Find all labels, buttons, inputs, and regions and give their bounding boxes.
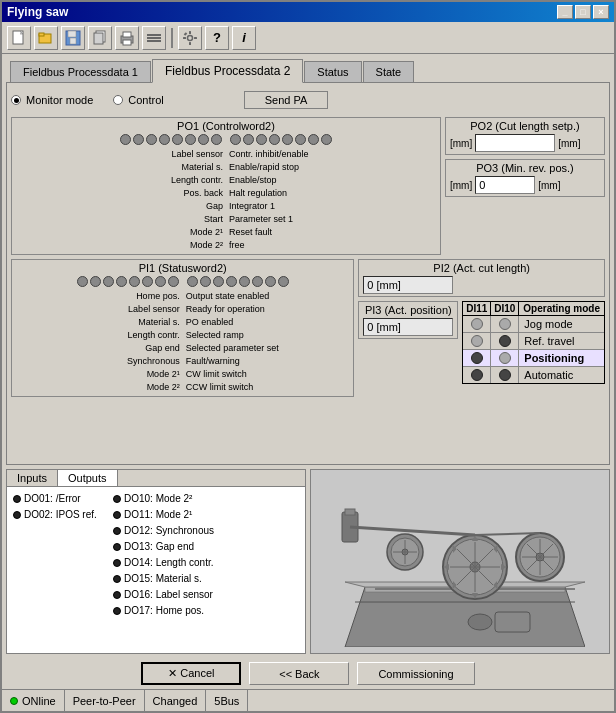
do13-item: DO13: Gap end [113, 540, 233, 554]
di10-header: DI10 [491, 302, 519, 315]
po1-left-label-3: Pos. back [16, 187, 226, 200]
po1-led-2 [146, 134, 157, 145]
pi1-right-3: Selected ramp [183, 329, 350, 342]
auto-di11-led [471, 369, 483, 381]
pi3-title: PI3 (Act. position) [363, 304, 453, 316]
po3-value[interactable] [475, 176, 535, 194]
do11-led [113, 511, 121, 519]
tab-status[interactable]: Status [304, 61, 361, 82]
do14-led [113, 559, 121, 567]
svg-rect-7 [94, 33, 103, 44]
po2-section: PO2 (Cut length setp.) [mm] [mm] [445, 117, 605, 155]
peer-label: Peer-to-Peer [73, 695, 136, 707]
inputs-tab[interactable]: Inputs [7, 470, 58, 486]
pos-di10-led [499, 352, 511, 364]
pi1-left-0: Home pos. [16, 290, 183, 303]
po1-led-8 [230, 134, 241, 145]
pi3-value [363, 318, 453, 336]
op-mode-row-1: Ref. travel [463, 333, 604, 350]
po1-right-label-3: Halt regulation [226, 187, 436, 200]
po2-unit2: [mm] [558, 138, 580, 149]
po2-value[interactable] [475, 134, 555, 152]
jog-di11-led [471, 318, 483, 330]
io-panel: Inputs Outputs DO01: /Error DO02: IPOS r… [6, 469, 306, 654]
svg-rect-5 [70, 38, 76, 44]
send-pa-button[interactable]: Send PA [244, 91, 329, 109]
open-button[interactable] [34, 26, 58, 50]
svg-rect-19 [184, 32, 188, 36]
pi1-right-0: Output state enabled [183, 290, 350, 303]
do15-led [113, 575, 121, 583]
extra-button[interactable] [142, 26, 166, 50]
do16-led [113, 591, 121, 599]
tab-fieldbus2[interactable]: Fieldbus Processdata 2 [152, 59, 303, 83]
pi1-led-4 [129, 276, 140, 287]
tab-state[interactable]: State [363, 61, 415, 82]
flying-saw-illustration [335, 477, 585, 647]
po1-right-label-0: Contr. inhibit/enable [226, 148, 436, 161]
do12-item: DO12: Synchronous [113, 524, 233, 538]
commissioning-button[interactable]: Commissioning [357, 662, 474, 685]
pi1-section: PI1 (Statusword2) [11, 259, 354, 397]
pi1-right-7: CCW limit switch [183, 381, 350, 394]
pi1-led-0 [77, 276, 88, 287]
pi1-title: PI1 (Statusword2) [16, 262, 349, 274]
do02-item: DO02: IPOS ref. [13, 508, 103, 522]
svg-rect-57 [495, 612, 530, 632]
svg-rect-15 [189, 31, 191, 34]
control-radio[interactable]: Control [113, 94, 163, 106]
print-button[interactable] [115, 26, 139, 50]
do15-label: DO15: Material s. [124, 572, 202, 586]
status-5bus: 5Bus [206, 690, 248, 711]
pi2-section: PI2 (Act. cut length) [358, 259, 605, 297]
pi1-left-2: Material s. [16, 316, 183, 329]
svg-rect-54 [345, 509, 355, 515]
pi1-led-3 [116, 276, 127, 287]
outputs-tab[interactable]: Outputs [58, 470, 118, 486]
settings-button[interactable] [178, 26, 202, 50]
pi1-left-1: Label sensor [16, 303, 183, 316]
po1-led-6 [198, 134, 209, 145]
po1-title: PO1 (Controlword2) [16, 120, 436, 132]
do02-led [13, 511, 21, 519]
svg-rect-18 [194, 37, 197, 39]
po2-po3-col: PO2 (Cut length setp.) [mm] [mm] PO3 (Mi… [445, 117, 605, 255]
operating-mode-table: DI11 DI10 Operating mode Jog mode [462, 301, 605, 384]
op-mode-row-3: Automatic [463, 367, 604, 383]
close-button[interactable]: × [593, 5, 609, 19]
pi1-led-8 [187, 276, 198, 287]
svg-rect-10 [123, 40, 131, 45]
do12-led [113, 527, 121, 535]
tab-fieldbus1[interactable]: Fieldbus Processdata 1 [10, 61, 151, 82]
copy-button[interactable] [88, 26, 112, 50]
image-area [310, 469, 610, 654]
pi1-right-6: CW limit switch [183, 368, 350, 381]
info-button[interactable]: i [232, 26, 256, 50]
op-mode-row-0: Jog mode [463, 316, 604, 333]
do01-led [13, 495, 21, 503]
do10-item: DO10: Mode 2² [113, 492, 233, 506]
cancel-button[interactable]: ✕ Cancel [141, 662, 241, 685]
po1-led-14 [308, 134, 319, 145]
pi-sections: PI1 (Statusword2) [11, 259, 605, 397]
svg-rect-13 [147, 40, 161, 42]
monitor-mode-radio[interactable]: Monitor mode [11, 94, 93, 106]
pi1-right-2: PO enabled [183, 316, 350, 329]
do01-label: DO01: /Error [24, 492, 81, 506]
mode-row: Monitor mode Control Send PA [11, 87, 605, 113]
svg-rect-2 [39, 33, 44, 36]
help-button[interactable]: ? [205, 26, 229, 50]
po1-section: PO1 (Controlword2) [11, 117, 441, 255]
svg-point-14 [188, 35, 193, 40]
new-button[interactable] [7, 26, 31, 50]
pi1-left-4: Gap end [16, 342, 183, 355]
back-button[interactable]: << Back [249, 662, 349, 685]
do16-item: DO16: Label sensor [113, 588, 233, 602]
po1-right-label-6: Reset fault [226, 226, 436, 239]
maximize-button[interactable]: □ [575, 5, 591, 19]
minimize-button[interactable]: _ [557, 5, 573, 19]
po1-right-label-1: Enable/rapid stop [226, 161, 436, 174]
jog-di10-led [499, 318, 511, 330]
save-button[interactable] [61, 26, 85, 50]
po1-right-label-2: Enable/stop [226, 174, 436, 187]
